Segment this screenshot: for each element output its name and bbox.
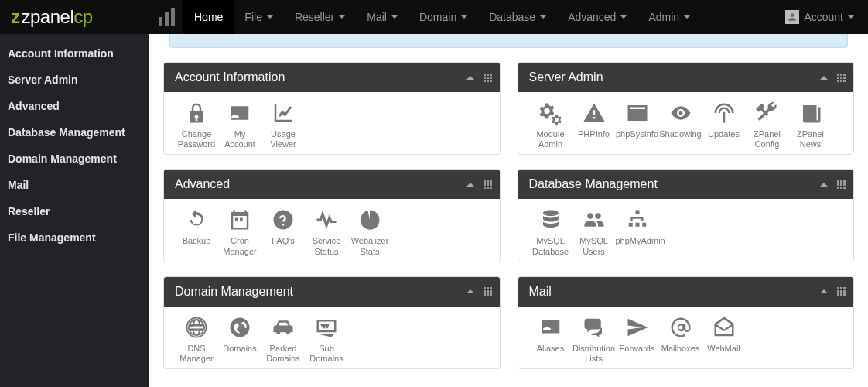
drag-handle-icon[interactable] xyxy=(484,180,492,189)
collapse-icon[interactable] xyxy=(466,76,474,80)
module-zpanel-news[interactable]: ZPanelNews xyxy=(789,100,832,149)
nav-database[interactable]: Database xyxy=(478,0,557,34)
collapse-icon[interactable] xyxy=(820,76,828,80)
sidebar-item-reseller[interactable]: Reseller xyxy=(0,198,149,224)
module-my-account[interactable]: MyAccount xyxy=(218,100,261,149)
module-label: MySQLUsers xyxy=(572,236,616,256)
caret-icon xyxy=(391,15,398,19)
collapse-icon[interactable] xyxy=(466,289,474,293)
nav-admin[interactable]: Admin xyxy=(637,0,701,34)
module-label: Backup xyxy=(175,236,218,256)
module-label: PHPInfo xyxy=(572,129,616,149)
module-domains[interactable]: Domains xyxy=(218,314,261,364)
module-parked-domains[interactable]: ParkedDomains xyxy=(261,314,305,364)
caret-icon xyxy=(684,15,690,19)
nav-mail[interactable]: Mail xyxy=(356,0,408,34)
module-updates[interactable]: Updates xyxy=(702,100,746,149)
module-aliases[interactable]: Aliases xyxy=(529,314,572,364)
module-cron-manager[interactable]: CronManager xyxy=(218,207,261,256)
module-sub-domains[interactable]: SubDomains xyxy=(305,314,348,364)
panel-title: Server Admin xyxy=(529,70,603,84)
sidebar-item-domain-management[interactable]: Domain Management xyxy=(0,146,149,172)
module-phpinfo[interactable]: PHPInfo xyxy=(572,100,616,149)
nav-home[interactable]: Home xyxy=(183,0,234,34)
drag-handle-icon[interactable] xyxy=(484,74,492,82)
module-zpanel-config[interactable]: ZPanelConfig xyxy=(746,100,789,149)
lock-icon xyxy=(175,100,218,126)
caret-icon xyxy=(339,15,345,19)
module-label: Shadowing xyxy=(659,129,702,149)
sidebar-item-advanced[interactable]: Advanced xyxy=(0,93,149,119)
sidebar-item-mail[interactable]: Mail xyxy=(0,172,149,198)
module-label: ServiceStatus xyxy=(305,236,348,256)
module-label: Mailboxes xyxy=(659,344,702,364)
module-label: SubDomains xyxy=(305,344,348,364)
collapse-icon[interactable] xyxy=(820,289,828,293)
module-service-status[interactable]: ServiceStatus xyxy=(305,207,348,256)
at-icon xyxy=(659,314,702,341)
drag-handle-icon[interactable] xyxy=(837,180,846,189)
module-mysql-users[interactable]: MySQLUsers xyxy=(572,207,616,256)
panel-title: Mail xyxy=(529,285,552,299)
module-label: WebMail xyxy=(702,344,746,364)
db-icon xyxy=(529,207,572,233)
sidebar-item-database-management[interactable]: Database Management xyxy=(0,119,149,146)
sidebar: Account Information Server Admin Advance… xyxy=(0,34,149,387)
chart-line-icon xyxy=(261,100,305,126)
module-label: Aliases xyxy=(529,344,572,364)
stats-icon[interactable] xyxy=(149,0,183,34)
module-mailboxes[interactable]: Mailboxes xyxy=(659,314,702,364)
module-faq-s[interactable]: FAQ's xyxy=(261,207,305,256)
nav-account[interactable]: Account xyxy=(771,10,868,24)
module-dns-manager[interactable]: DNSManager xyxy=(175,314,218,364)
collapse-icon[interactable] xyxy=(466,183,474,187)
drag-handle-icon[interactable] xyxy=(837,287,846,296)
users-icon xyxy=(572,207,616,233)
refresh-icon xyxy=(175,207,218,233)
caret-icon xyxy=(267,15,273,19)
panel-title: Domain Management xyxy=(175,285,293,299)
collapse-icon[interactable] xyxy=(820,183,828,187)
module-label: Updates xyxy=(702,129,746,149)
module-webmail[interactable]: WebMail xyxy=(702,314,746,364)
nav-advanced[interactable]: Advanced xyxy=(557,0,637,34)
panel-advanced: Advanced BackupCronManagerFAQ'sServiceSt… xyxy=(163,169,501,262)
pie-icon xyxy=(348,207,391,233)
sidebar-item-server-admin[interactable]: Server Admin xyxy=(0,67,149,93)
module-distribution-lists[interactable]: DistributionLists xyxy=(572,314,616,364)
drag-handle-icon[interactable] xyxy=(484,287,492,296)
module-webalizer-stats[interactable]: WebalizerStats xyxy=(348,207,391,256)
module-label: MyAccount xyxy=(218,129,261,149)
module-backup[interactable]: Backup xyxy=(175,207,218,256)
globe-icon xyxy=(175,314,218,341)
panel-title: Database Management xyxy=(529,177,658,191)
module-mysql-database[interactable]: MySQLDatabase xyxy=(529,207,572,256)
panel-title: Account Information xyxy=(175,70,285,84)
module-forwards[interactable]: Forwards xyxy=(616,314,659,364)
caret-icon xyxy=(848,15,854,19)
module-shadowing[interactable]: Shadowing xyxy=(659,100,702,149)
sidebar-item-file-management[interactable]: File Management xyxy=(0,224,149,251)
module-label: DistributionLists xyxy=(572,344,616,364)
module-label: DNSManager xyxy=(175,344,218,364)
module-usage-viewer[interactable]: UsageViewer xyxy=(261,100,305,149)
module-label: WebalizerStats xyxy=(348,236,391,256)
caret-icon xyxy=(620,15,627,19)
gears-icon xyxy=(529,100,572,126)
nav-domain[interactable]: Domain xyxy=(408,0,478,34)
module-change-password[interactable]: ChangePassword xyxy=(175,100,218,149)
module-phpsysinfo[interactable]: phpSysInfo xyxy=(616,100,659,149)
nav-file[interactable]: File xyxy=(234,0,284,34)
nav-reseller[interactable]: Reseller xyxy=(284,0,356,34)
module-phpmyadmin[interactable]: phpMyAdmin xyxy=(616,207,659,256)
panel-mail: Mail AliasesDistributionListsForwardsMai… xyxy=(518,276,855,369)
sidebar-item-account-information[interactable]: Account Information xyxy=(0,40,149,67)
drag-handle-icon[interactable] xyxy=(837,74,846,82)
module-module-admin[interactable]: ModuleAdmin xyxy=(529,100,572,149)
brand-logo[interactable]: zzpanelcp xyxy=(0,0,149,34)
terminal-icon xyxy=(616,100,659,126)
module-label: ZPanelConfig xyxy=(746,129,789,149)
panel-domain-management: Domain Management DNSManagerDomainsParke… xyxy=(163,276,501,369)
caret-icon xyxy=(461,15,467,19)
world-icon xyxy=(218,314,261,341)
